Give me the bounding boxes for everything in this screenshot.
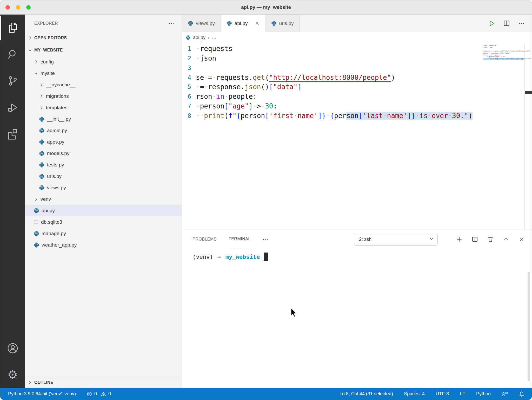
tree-item-apps.py[interactable]: apps.py: [25, 136, 182, 148]
line-number[interactable]: 8: [182, 112, 195, 119]
code-line-2[interactable]: 2·json: [182, 54, 482, 63]
run-button[interactable]: [488, 20, 495, 27]
line-number[interactable]: 6: [182, 93, 195, 100]
tree-item-__init__.py[interactable]: __init__.py: [25, 113, 182, 125]
panel-more-actions-icon[interactable]: ⋯: [263, 236, 269, 243]
maximize-panel-button[interactable]: [503, 236, 509, 243]
breadcrumb: api.py › …: [182, 32, 532, 43]
tree-item-db.sqlite3[interactable]: db.sqlite3: [25, 216, 182, 228]
tree-item-manage.py[interactable]: manage.py: [25, 228, 182, 239]
status-indentation[interactable]: Spaces: 4: [404, 391, 425, 397]
activity-bar-source-control[interactable]: [0, 68, 25, 94]
line-number[interactable]: 2: [182, 55, 195, 62]
zoom-window-button[interactable]: [26, 5, 31, 10]
status-language-mode[interactable]: Python: [476, 391, 491, 397]
code-token: ": [232, 112, 237, 120]
code-line-3[interactable]: 3: [182, 63, 482, 73]
split-editor-button[interactable]: [503, 20, 510, 27]
code-token: =: [208, 74, 212, 81]
code-token: ": [464, 112, 468, 120]
tree-item-venv[interactable]: venv: [25, 193, 182, 205]
terminal-content[interactable]: (venv) → my_website: [182, 248, 532, 261]
line-number[interactable]: 5: [182, 83, 195, 90]
close-panel-button[interactable]: [518, 236, 525, 243]
python-file-icon: [39, 116, 45, 122]
tab-urls.py[interactable]: urls.py: [265, 15, 300, 32]
terminal-cursor: [264, 253, 268, 261]
minimize-window-button[interactable]: [16, 5, 20, 10]
terminal-shell-select[interactable]: 2: zsh: [354, 233, 438, 246]
activity-bar-account[interactable]: [0, 335, 25, 362]
status-encoding[interactable]: UTF-8: [436, 391, 449, 397]
line-number[interactable]: 1: [182, 45, 195, 52]
minimap-token: json: [498, 52, 502, 54]
notifications-bell-icon[interactable]: [519, 391, 524, 397]
tree-item-views.py[interactable]: views.py: [25, 182, 182, 193]
code-line-5[interactable]: 5·=·response.json()["data"]: [182, 82, 482, 92]
code-line-7[interactable]: 7·person["age"]·>·30:: [182, 101, 482, 111]
tree-item-api.py[interactable]: api.py: [25, 205, 182, 216]
account-icon: [7, 342, 19, 354]
activity-bar-run-debug[interactable]: [0, 94, 25, 121]
code-line-1[interactable]: 1·requests: [182, 44, 482, 54]
workspace-root[interactable]: MY_WEBSITE: [25, 44, 182, 56]
code-editor[interactable]: 1·requests2·json34se·=·requests.get("htt…: [182, 43, 532, 230]
tree-item-models.py[interactable]: models.py: [25, 148, 182, 159]
breadcrumb-file[interactable]: api.py: [193, 35, 205, 40]
status-cursor-position[interactable]: Ln 8, Col 44 (31 selected): [340, 391, 393, 397]
line-number[interactable]: 3: [182, 64, 195, 71]
code-line-4[interactable]: 4se·=·requests.get("http://localhost:800…: [182, 73, 482, 82]
overview-ruler[interactable]: [524, 43, 532, 230]
new-terminal-button[interactable]: [456, 236, 463, 243]
split-terminal-button[interactable]: [471, 236, 478, 243]
tree-item-admin.py[interactable]: admin.py: [25, 125, 182, 136]
more-actions-button[interactable]: [518, 20, 525, 27]
status-eol[interactable]: LF: [460, 391, 465, 397]
tab-terminal[interactable]: TERMINAL: [229, 230, 251, 248]
minimap-token: import: [483, 44, 489, 46]
tab-problems[interactable]: PROBLEMS: [192, 230, 217, 248]
breadcrumb-symbol[interactable]: …: [212, 35, 216, 40]
minimap-token: [483, 56, 487, 57]
line-number[interactable]: 4: [182, 74, 195, 81]
open-editors-section[interactable]: OPEN EDITORS: [25, 32, 182, 44]
tab-label: api.py: [235, 21, 248, 26]
kill-terminal-button[interactable]: [487, 236, 494, 243]
tree-item-config[interactable]: config: [25, 56, 182, 68]
tree-item-migrations[interactable]: migrations: [25, 91, 182, 102]
status-python-interpreter[interactable]: Python 3.9.0 64-bit ('venv': venv): [8, 391, 76, 397]
sidebar-more-actions-icon[interactable]: ⋯: [168, 22, 175, 25]
close-icon[interactable]: [255, 21, 260, 26]
tree-item-mysite[interactable]: mysite: [25, 68, 182, 79]
chevron-right-icon: [34, 197, 38, 202]
tree-item-urls.py[interactable]: urls.py: [25, 171, 182, 182]
workspace-root-label: MY_WEBSITE: [34, 48, 63, 53]
activity-bar-search[interactable]: [0, 41, 25, 68]
code-token: in: [216, 93, 224, 100]
outline-section[interactable]: OUTLINE: [25, 377, 182, 388]
activity-bar-extensions[interactable]: [0, 121, 25, 147]
tab-views.py[interactable]: views.py: [182, 15, 221, 32]
code-token: [: [358, 112, 363, 120]
chevron-right-icon: [39, 94, 44, 99]
tree-item-weather_app.py[interactable]: weather_app.py: [25, 239, 182, 251]
feedback-icon[interactable]: [502, 391, 508, 397]
status-problems[interactable]: 0 0: [87, 391, 111, 397]
close-window-button[interactable]: [5, 5, 10, 10]
minimap-token: print: [490, 58, 494, 60]
code-token: ·: [224, 93, 229, 100]
minimap[interactable]: import requestsimport jsonresponse = req…: [483, 44, 524, 230]
code-token: >: [257, 102, 261, 110]
minimap-line: import requests: [483, 44, 524, 46]
tree-item-templates[interactable]: templates: [25, 102, 182, 113]
tree-item-tests.py[interactable]: tests.py: [25, 159, 182, 171]
activity-bar-settings[interactable]: ⚙: [0, 362, 25, 388]
tree-item-__pycache__[interactable]: __pycache__: [25, 79, 182, 91]
code-line-6[interactable]: 6rson·in·people:: [182, 92, 482, 101]
tab-api.py[interactable]: api.py: [221, 15, 265, 32]
terminal-scrollbar[interactable]: [528, 272, 530, 381]
line-number[interactable]: 7: [182, 103, 195, 109]
chevron-right-icon: [39, 82, 44, 87]
code-line-8[interactable]: 8··print(f"{person['first·name']}·{perso…: [182, 111, 482, 120]
activity-bar-explorer[interactable]: [0, 15, 25, 41]
